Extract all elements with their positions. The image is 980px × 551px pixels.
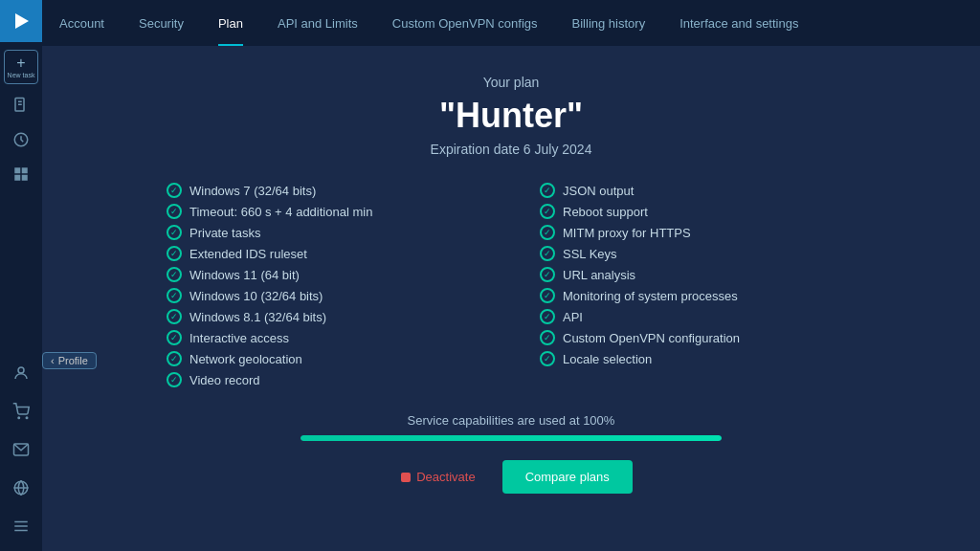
feature-label: Timeout: 660 s + 4 additional min [189, 205, 372, 219]
svg-point-9 [18, 367, 24, 373]
feature-label: Reboot support [563, 205, 648, 219]
feature-label: Interactive access [189, 331, 289, 345]
feature-url: URL analysis [540, 264, 856, 285]
sidebar-item-mail[interactable] [0, 432, 42, 467]
feature-label: SSL Keys [563, 247, 617, 261]
tab-interface[interactable]: Interface and settings [662, 0, 815, 46]
check-icon [540, 246, 555, 261]
feature-label: Custom OpenVPN configuration [563, 331, 740, 345]
feature-label: Windows 7 (32/64 bits) [189, 184, 316, 198]
sidebar-item-windows[interactable] [0, 157, 42, 191]
plus-icon: + [16, 55, 25, 71]
new-task-label: New task [8, 72, 35, 78]
check-icon [167, 351, 182, 366]
feature-interactive: Interactive access [167, 327, 482, 348]
svg-rect-6 [22, 167, 28, 173]
new-task-button[interactable]: + New task [4, 50, 38, 84]
plan-expiry: Expiration date 6 July 2024 [431, 142, 592, 157]
progress-bar-background [301, 435, 722, 441]
sidebar-bottom [0, 356, 42, 551]
progress-label: Service capabilities are used at 100% [301, 413, 722, 428]
feature-locale: Locale selection [540, 348, 856, 369]
check-icon [540, 267, 555, 282]
feature-label: Extended IDS ruleset [189, 247, 307, 261]
check-icon [540, 183, 555, 198]
action-buttons: Deactivate Compare plans [390, 460, 633, 494]
svg-point-11 [26, 417, 28, 419]
compare-plans-button[interactable]: Compare plans [502, 460, 633, 494]
sidebar-item-history[interactable] [0, 122, 42, 157]
feature-video: Video record [167, 369, 482, 390]
feature-ids: Extended IDS ruleset [167, 243, 482, 264]
deactivate-label: Deactivate [416, 470, 475, 484]
check-icon [540, 204, 555, 219]
tab-plan[interactable]: Plan [201, 0, 260, 46]
features-right: JSON output Reboot support MITM proxy fo… [540, 180, 856, 390]
feature-label: Private tasks [189, 226, 260, 240]
feature-windows81: Windows 8.1 (32/64 bits) [167, 306, 482, 327]
svg-point-10 [18, 417, 20, 419]
main-content: Account Security Plan API and Limits Cus… [42, 0, 980, 551]
feature-openvpn: Custom OpenVPN configuration [540, 327, 856, 348]
feature-label: Locale selection [563, 352, 652, 366]
check-icon [540, 309, 555, 324]
feature-windows10: Windows 10 (32/64 bits) [167, 285, 482, 306]
feature-reboot: Reboot support [540, 201, 856, 222]
feature-label: Monitoring of system processes [563, 289, 738, 303]
profile-button[interactable]: ‹ Profile [42, 352, 97, 369]
topnav: Account Security Plan API and Limits Cus… [42, 0, 980, 46]
feature-mitm: MITM proxy for HTTPS [540, 222, 856, 243]
deactivate-button[interactable]: Deactivate [390, 462, 486, 492]
feature-label: Video record [189, 373, 259, 387]
feature-label: MITM proxy for HTTPS [563, 226, 691, 240]
check-icon [167, 267, 182, 282]
svg-rect-8 [22, 175, 28, 181]
check-icon [167, 330, 182, 345]
tab-api-limits[interactable]: API and Limits [260, 0, 375, 46]
feature-ssl: SSL Keys [540, 243, 856, 264]
feature-timeout: Timeout: 660 s + 4 additional min [167, 201, 482, 222]
tab-security[interactable]: Security [122, 0, 201, 46]
feature-private: Private tasks [167, 222, 482, 243]
features-left: Windows 7 (32/64 bits) Timeout: 660 s + … [167, 180, 482, 390]
sidebar-item-user[interactable] [0, 356, 42, 390]
check-icon [167, 246, 182, 261]
feature-api: API [540, 306, 856, 327]
plan-name: "Hunter" [439, 96, 583, 136]
sidebar-item-cart[interactable] [0, 394, 42, 429]
check-icon [167, 204, 182, 219]
tab-billing[interactable]: Billing history [555, 0, 663, 46]
app-logo[interactable] [0, 0, 42, 42]
check-icon [167, 372, 182, 387]
deactivate-icon [401, 473, 411, 482]
svg-rect-7 [14, 175, 20, 181]
feature-windows11: Windows 11 (64 bit) [167, 264, 482, 285]
sidebar: + New task [0, 0, 42, 551]
feature-label: Windows 10 (32/64 bits) [189, 289, 323, 303]
feature-monitoring: Monitoring of system processes [540, 285, 856, 306]
feature-label: Windows 11 (64 bit) [189, 268, 300, 282]
sidebar-item-globe[interactable] [0, 471, 42, 505]
feature-label: JSON output [563, 184, 634, 198]
check-icon [167, 288, 182, 303]
plan-subtitle: Your plan [483, 75, 540, 90]
feature-windows7: Windows 7 (32/64 bits) [167, 180, 482, 201]
check-icon [540, 288, 555, 303]
features-grid: Windows 7 (32/64 bits) Timeout: 660 s + … [167, 180, 856, 390]
feature-json: JSON output [540, 180, 856, 201]
check-icon [540, 225, 555, 240]
feature-label: API [563, 310, 583, 324]
progress-bar-fill [301, 435, 722, 441]
sidebar-item-list[interactable] [0, 509, 42, 543]
feature-label: Network geolocation [189, 352, 302, 366]
check-icon [167, 309, 182, 324]
plan-content: Your plan "Hunter" Expiration date 6 Jul… [42, 46, 980, 551]
profile-label: Profile [58, 355, 88, 366]
tab-openvpn[interactable]: Custom OpenVPN configs [375, 0, 555, 46]
svg-marker-0 [15, 13, 29, 29]
check-icon [167, 183, 182, 198]
feature-geolocation: Network geolocation [167, 348, 482, 369]
sidebar-item-documents[interactable] [0, 88, 42, 122]
check-icon [167, 225, 182, 240]
tab-account[interactable]: Account [42, 0, 122, 46]
